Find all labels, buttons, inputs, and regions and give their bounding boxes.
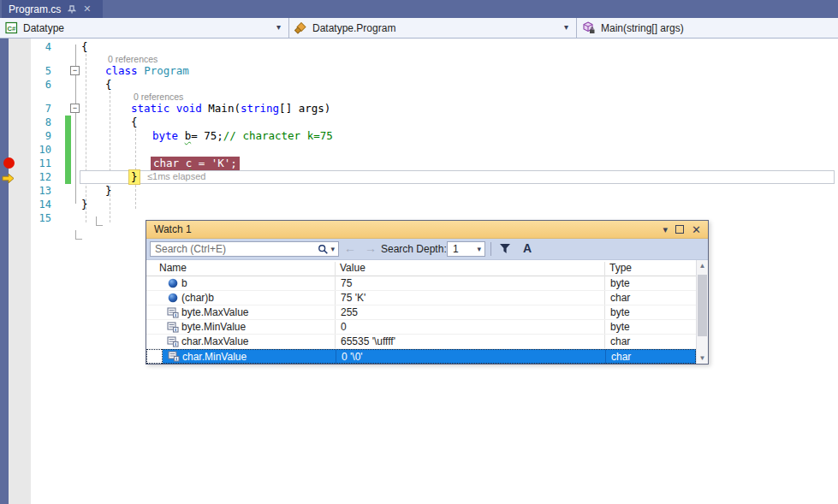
column-header-name[interactable]: Name [159,262,187,274]
watch-name: char.MinValue [182,351,247,363]
code-line-13[interactable]: 13} [0,184,838,198]
watch-row[interactable]: b75byte [146,276,696,291]
row-gutter [146,276,162,290]
watch-value: 65535 '\uffff' [341,335,395,347]
close-icon[interactable]: ✕ [692,225,701,234]
codelens-references-link[interactable]: 0 references [108,54,157,64]
scrollbar-thumb[interactable] [698,275,707,336]
tab-program-cs[interactable]: Program.cs ✕ [2,0,103,18]
format-specifier-icon[interactable]: A [523,241,532,255]
search-icon[interactable] [318,244,329,255]
cell-value[interactable]: 0 [335,320,604,334]
field-icon [167,293,179,303]
breakpoint-icon[interactable] [3,157,15,169]
line-number: 15 [31,211,51,225]
forward-icon[interactable]: → [365,241,377,255]
watch-name: (char)b [181,292,214,304]
cell-value[interactable]: 0 '\0' [336,349,605,364]
watch-grid-header[interactable]: Name Value Type [146,260,696,276]
member-dropdown[interactable]: Main(string[] args) [576,18,838,38]
fold-toggle[interactable]: − [70,66,80,75]
watch-row[interactable]: (char)b75 'K'char [146,291,696,305]
cell-value[interactable]: 65535 '\uffff' [335,335,604,348]
code-line-8[interactable]: 8{ [0,116,838,129]
code-token: = 75; [191,129,223,142]
code-token: string [241,102,279,115]
code-token: Main( [202,102,241,115]
method-icon [582,21,596,34]
code-line-4[interactable]: 4{ [0,40,838,54]
line-number: 6 [31,78,51,92]
code-token: = 'K'; [192,157,237,169]
code-text: class Program [105,64,189,78]
cell-type[interactable]: byte [604,305,696,319]
search-depth-select[interactable]: 1 ▾ [447,241,485,257]
cell-name[interactable]: byte.MaxValue [162,305,335,319]
code-token: byte [152,129,178,142]
code-line-11[interactable]: 11char c = 'K'; [0,157,838,170]
type-dropdown-label: Datatype.Program [312,22,395,34]
cell-type[interactable]: char [605,349,696,364]
column-header-type[interactable]: Type [609,262,632,274]
code-line-5[interactable]: 5−class Program [0,64,838,78]
watch-value: 75 [341,277,352,289]
close-tab-icon[interactable]: ✕ [82,4,92,14]
cell-name[interactable]: char.MinValue [163,349,336,364]
cell-name[interactable]: char.MaxValue [162,335,335,348]
watch-window: Watch 1 ▾ ✕ Search (Ctrl+E) ▾ ← → Search… [146,220,709,365]
project-dropdown[interactable]: C# Datatype ▾ [0,18,288,38]
watch-row[interactable]: byte.MaxValue255byte [146,305,696,320]
cell-name[interactable]: (char)b [162,291,335,305]
maximize-icon[interactable] [675,225,684,234]
row-gutter [146,291,162,305]
cell-value[interactable]: 75 [335,276,604,290]
fold-toggle[interactable]: − [70,104,80,113]
code-line-12[interactable]: 12}≤1ms elapsed [0,170,838,184]
codelens-row: 0 references [0,54,838,64]
window-position-icon[interactable]: ▾ [663,225,669,234]
cell-type[interactable]: char [604,291,696,305]
code-line-6[interactable]: 6{ [0,78,838,92]
code-line-14[interactable]: 14} [0,198,838,211]
code-token: void [176,102,202,115]
cell-type[interactable]: char [604,335,696,348]
search-options-icon[interactable]: ▾ [330,245,335,253]
code-token: Program [144,64,189,77]
watch-type: byte [610,321,630,333]
vs-debug-screen: { "tab_bar": { "tabs": [ { "label": "Pro… [0,0,838,504]
search-depth-label: Search Depth: [381,243,447,255]
cell-name[interactable]: b [162,276,335,290]
scroll-up-icon[interactable]: ▲ [697,262,708,270]
line-number: 4 [31,40,51,54]
cell-value[interactable]: 255 [335,305,604,319]
tab-label: Program.cs [9,3,61,15]
watch-row[interactable]: byte.MinValue0byte [146,320,696,335]
cell-type[interactable]: byte [604,276,696,290]
code-token [169,102,176,115]
watch-row[interactable]: char.MaxValue65535 '\uffff'char [146,335,696,349]
code-text: byte b= 75;// character k=75 [152,129,333,143]
search-input[interactable]: Search (Ctrl+E) ▾ [150,241,339,257]
code-line-7[interactable]: 7−static void Main(string[] args) [0,102,838,116]
codelens-references-link[interactable]: 0 references [134,92,183,102]
scroll-down-icon[interactable]: ▼ [697,354,708,362]
code-line-10[interactable]: 10 [0,143,838,157]
cell-type[interactable]: byte [604,320,696,334]
column-header-value[interactable]: Value [340,262,366,274]
watch-row[interactable]: char.MinValue0 '\0'char [146,349,696,364]
navigation-bar: C# Datatype ▾ Datatype.Program ▾ Main(st… [0,18,838,39]
watch-value: 255 [341,306,358,318]
watch-scrollbar[interactable]: ▲ ▼ [696,260,708,364]
type-dropdown[interactable]: Datatype.Program ▾ [288,18,576,38]
watch-name: char.MaxValue [181,335,249,347]
code-text: { [81,40,88,54]
cell-value[interactable]: 75 'K' [335,291,604,305]
watch-title-bar[interactable]: Watch 1 ▾ ✕ [146,221,708,239]
change-bar [65,116,71,129]
code-line-9[interactable]: 9byte b= 75;// character k=75 [0,129,838,143]
back-icon[interactable]: ← [344,241,356,255]
cell-name[interactable]: byte.MinValue [162,320,335,334]
document-tab-bar: Program.cs ✕ [0,0,838,18]
filter-icon[interactable] [499,243,512,257]
pin-icon[interactable] [67,4,76,14]
